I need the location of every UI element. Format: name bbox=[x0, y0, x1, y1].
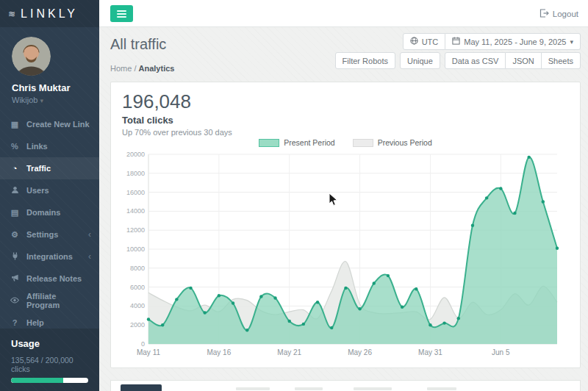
utc-button[interactable]: UTC bbox=[403, 33, 446, 50]
legend-previous-period[interactable]: Previous Period bbox=[353, 138, 432, 147]
svg-text:18000: 18000 bbox=[126, 170, 145, 177]
sidebar-item-label: Users bbox=[26, 186, 49, 195]
breadcrumb: Home / Analytics bbox=[110, 64, 174, 73]
next-section-button[interactable] bbox=[121, 384, 162, 391]
svg-text:0: 0 bbox=[141, 340, 145, 348]
svg-text:May 11: May 11 bbox=[137, 348, 160, 356]
header-controls: UTC May 11, 2025 - June 9, 2025 ▾ Filter… bbox=[335, 33, 581, 69]
usage-panel: Usage 135,564 / 200,000 clicks bbox=[0, 329, 99, 391]
sidebar-item-label: Release Notes bbox=[26, 274, 82, 283]
question-icon: ? bbox=[10, 319, 20, 327]
ghost-text bbox=[295, 387, 323, 390]
sidebar-item-domains[interactable]: ▤ Domains bbox=[0, 201, 99, 223]
breadcrumb-home[interactable]: Home bbox=[110, 64, 132, 73]
svg-text:10000: 10000 bbox=[126, 245, 145, 253]
chevron-left-icon: ‹ bbox=[88, 229, 91, 240]
profile-section: Chris Muktar Wikijob ▾ bbox=[0, 27, 99, 109]
svg-text:2000: 2000 bbox=[130, 321, 145, 329]
date-range-picker[interactable]: May 11, 2025 - June 9, 2025 ▾ bbox=[445, 33, 581, 50]
sidebar-item-label: Create New Link bbox=[26, 120, 90, 129]
sheets-button[interactable]: Sheets bbox=[542, 52, 581, 69]
sidebar-item-settings[interactable]: ⚙ Settings ‹ bbox=[0, 223, 99, 245]
logout-label: Logout bbox=[553, 10, 578, 18]
menu-toggle-button[interactable] bbox=[110, 5, 133, 22]
app-window: ≋ LINKLY Chris Muktar Wikijob ▾ ▦ Creat bbox=[0, 0, 588, 391]
svg-text:Jun 5: Jun 5 bbox=[492, 348, 510, 356]
page-head-left: All traffic Home / Analytics bbox=[110, 33, 174, 73]
present-period-swatch bbox=[259, 139, 279, 147]
usage-title: Usage bbox=[11, 338, 88, 349]
linkly-wave-icon: ≋ bbox=[8, 9, 15, 19]
svg-text:4000: 4000 bbox=[130, 302, 145, 309]
gear-icon: ⚙ bbox=[10, 231, 20, 239]
ghost-text bbox=[427, 387, 456, 390]
user-name: Chris Muktar bbox=[12, 82, 87, 93]
sidebar-item-traffic[interactable]: ◔ Traffic bbox=[0, 157, 99, 179]
next-section-card bbox=[110, 380, 581, 391]
sidebar-item-users[interactable]: Users bbox=[0, 179, 99, 201]
sidebar-item-label: Affiliate Program bbox=[26, 292, 90, 309]
svg-text:20000: 20000 bbox=[126, 151, 145, 158]
usage-progress-bar bbox=[11, 378, 88, 383]
content-area: All traffic Home / Analytics UTC bbox=[99, 27, 588, 391]
svg-text:16000: 16000 bbox=[126, 189, 145, 196]
sidebar-nav: ▦ Create New Link % Links ◔ Traffic User… bbox=[0, 113, 99, 334]
chevron-left-icon: ‹ bbox=[88, 251, 91, 262]
caret-down-icon: ▾ bbox=[570, 38, 573, 46]
sidebar-item-label: Domains bbox=[26, 208, 60, 217]
traffic-chart[interactable]: 0200040006000800010000120001400016000180… bbox=[122, 150, 567, 362]
json-button[interactable]: JSON bbox=[506, 52, 541, 69]
logo-text: LINKLY bbox=[21, 7, 78, 21]
list-icon: ▤ bbox=[10, 209, 20, 217]
sidebar-item-affiliate-program[interactable]: Affiliate Program bbox=[0, 290, 99, 312]
avatar[interactable] bbox=[12, 37, 51, 76]
globe-icon bbox=[410, 37, 418, 46]
chart-legend: Present Period Previous Period bbox=[122, 138, 569, 147]
calendar-icon bbox=[452, 37, 460, 46]
sidebar-item-label: Integrations bbox=[26, 252, 73, 261]
filter-robots-button[interactable]: Filter Robots bbox=[335, 52, 395, 69]
sign-out-icon bbox=[539, 9, 549, 19]
sidebar-item-integrations[interactable]: Integrations ‹ bbox=[0, 245, 99, 268]
sidebar-item-create-new-link[interactable]: ▦ Create New Link bbox=[0, 113, 99, 135]
export-group: Data as CSV JSON Sheets bbox=[445, 52, 581, 69]
usage-clicks-text: 135,564 / 200,000 clicks bbox=[11, 356, 88, 373]
svg-text:6000: 6000 bbox=[130, 284, 145, 291]
plug-icon bbox=[10, 252, 20, 262]
breadcrumb-current: Analytics bbox=[139, 64, 175, 73]
export-filter-row: Filter Robots Unique Data as CSV JSON Sh… bbox=[335, 52, 581, 69]
pie-chart-icon: ◔ bbox=[10, 165, 20, 173]
previous-period-swatch bbox=[353, 139, 373, 147]
link-percent-icon: % bbox=[10, 143, 20, 151]
grid-icon: ▦ bbox=[10, 121, 20, 129]
legend-present-period[interactable]: Present Period bbox=[259, 138, 334, 147]
svg-text:May 16: May 16 bbox=[207, 348, 231, 356]
svg-text:May 21: May 21 bbox=[277, 348, 301, 356]
megaphone-icon bbox=[10, 274, 20, 284]
sidebar-item-label: Links bbox=[26, 142, 48, 151]
user-icon bbox=[10, 186, 20, 196]
logout-button[interactable]: Logout bbox=[539, 0, 578, 27]
svg-text:14000: 14000 bbox=[126, 207, 145, 215]
data-as-csv-button[interactable]: Data as CSV bbox=[445, 52, 506, 69]
eye-icon bbox=[10, 297, 20, 305]
sidebar-item-links[interactable]: % Links bbox=[0, 135, 99, 157]
sidebar-item-label: Traffic bbox=[26, 164, 51, 173]
svg-text:8000: 8000 bbox=[130, 265, 145, 272]
traffic-card: 196,048 Total clicks Up 70% over previou… bbox=[110, 82, 581, 368]
ghost-text bbox=[236, 387, 270, 390]
usage-progress-fill bbox=[11, 378, 63, 383]
unique-button[interactable]: Unique bbox=[400, 52, 440, 69]
logo[interactable]: ≋ LINKLY bbox=[0, 0, 99, 27]
ghost-text bbox=[354, 387, 392, 390]
total-clicks-value: 196,048 bbox=[122, 90, 569, 113]
page-title: All traffic bbox=[110, 36, 174, 53]
svg-text:May 31: May 31 bbox=[418, 348, 442, 356]
sidebar-item-label: Help bbox=[26, 318, 44, 327]
timezone-date-group: UTC May 11, 2025 - June 9, 2025 ▾ bbox=[403, 33, 581, 50]
sidebar-item-release-notes[interactable]: Release Notes bbox=[0, 268, 99, 290]
svg-text:12000: 12000 bbox=[126, 226, 145, 234]
sidebar-item-label: Settings bbox=[26, 230, 58, 239]
svg-text:May 26: May 26 bbox=[348, 348, 372, 356]
org-dropdown[interactable]: Wikijob ▾ bbox=[12, 96, 87, 104]
